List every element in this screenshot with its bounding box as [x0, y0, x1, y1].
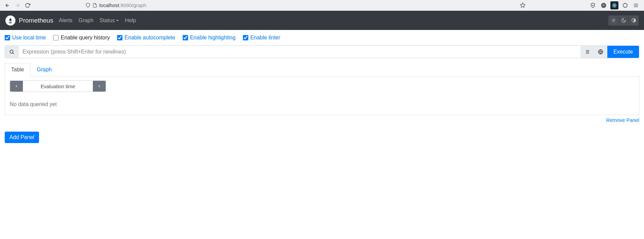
theme-light-button[interactable]	[608, 15, 618, 26]
opt-linter[interactable]: Enable linter	[243, 35, 280, 41]
svg-point-10	[613, 20, 614, 21]
opt-use-local-time[interactable]: Use local time	[5, 35, 46, 41]
svg-line-21	[13, 53, 14, 54]
use-local-time-label: Use local time	[12, 35, 46, 41]
browser-chrome: localhost:9090/graph P	[0, 0, 644, 11]
panel-body: Evaluation time No data queried yet	[5, 76, 639, 115]
linter-checkbox[interactable]	[243, 35, 248, 40]
browser-toolbar-right: P	[589, 1, 641, 9]
svg-point-20	[10, 50, 13, 53]
main-content: Use local time Enable query history Enab…	[0, 30, 644, 148]
query-history-checkbox[interactable]	[53, 35, 59, 40]
url-path: :9090/graph	[119, 2, 146, 8]
bookmark-icon[interactable]	[520, 2, 526, 8]
extension-p-icon[interactable]: P	[600, 1, 608, 9]
remove-panel-link[interactable]: Remove Panel	[606, 117, 639, 123]
url-text: localhost:9090/graph	[99, 2, 146, 8]
nav-alerts[interactable]: Alerts	[59, 18, 72, 24]
react-devtools-icon[interactable]	[610, 1, 618, 9]
add-panel-button[interactable]: Add Panel	[5, 132, 39, 143]
tab-graph[interactable]: Graph	[30, 63, 58, 76]
theme-auto-button[interactable]	[629, 15, 639, 26]
highlighting-checkbox[interactable]	[183, 35, 188, 40]
eval-prev-button[interactable]	[10, 81, 23, 92]
autocomplete-checkbox[interactable]	[117, 35, 122, 40]
autocomplete-label: Enable autocomplete	[124, 35, 175, 41]
execute-button[interactable]: Execute	[607, 46, 639, 58]
query-history-label: Enable query history	[61, 35, 110, 41]
use-local-time-checkbox[interactable]	[5, 35, 10, 40]
nav-status-label: Status	[100, 18, 115, 24]
no-data-message: No data queried yet	[10, 100, 634, 111]
linter-label: Enable linter	[250, 35, 280, 41]
nav-help[interactable]: Help	[125, 18, 136, 24]
result-tabs: Table Graph	[5, 63, 639, 76]
nav-graph[interactable]: Graph	[78, 18, 93, 24]
theme-toggle-group	[608, 15, 639, 26]
pocket-icon[interactable]	[589, 1, 597, 9]
shield-icon	[85, 3, 91, 8]
brand-text: Prometheus	[19, 17, 53, 24]
tab-table[interactable]: Table	[5, 63, 30, 76]
opt-autocomplete[interactable]: Enable autocomplete	[117, 35, 175, 41]
svg-marker-0	[520, 3, 525, 7]
expression-row: Execute	[5, 45, 639, 58]
back-button[interactable]	[3, 1, 12, 10]
globe-button[interactable]	[594, 46, 607, 58]
svg-line-14	[615, 22, 615, 22]
theme-dark-button[interactable]	[618, 15, 629, 26]
prometheus-logo-icon	[5, 15, 15, 26]
highlighting-label: Enable highlighting	[190, 35, 236, 41]
forward-button[interactable]	[13, 1, 22, 10]
opt-highlighting[interactable]: Enable highlighting	[183, 35, 236, 41]
svg-line-18	[615, 19, 615, 19]
page-icon	[93, 3, 97, 8]
opt-query-history[interactable]: Enable query history	[53, 35, 110, 41]
svg-line-13	[612, 19, 612, 19]
eval-time-input[interactable]: Evaluation time	[23, 81, 93, 92]
remove-panel-row: Remove Panel	[5, 117, 639, 123]
expression-input[interactable]	[19, 46, 580, 58]
svg-line-17	[612, 22, 612, 22]
search-icon[interactable]	[5, 46, 19, 58]
nav-status[interactable]: Status	[100, 18, 119, 24]
address-bar[interactable]: localhost:9090/graph	[83, 1, 528, 10]
browser-nav-buttons	[3, 1, 32, 10]
nav-links: Alerts Graph Status Help	[59, 18, 136, 24]
format-button[interactable]	[580, 46, 594, 58]
evaluation-time-control: Evaluation time	[10, 80, 106, 92]
url-host: localhost	[99, 2, 119, 8]
svg-text:P: P	[603, 4, 605, 7]
eval-next-button[interactable]	[93, 81, 106, 92]
app-navbar: Prometheus Alerts Graph Status Help	[0, 11, 644, 30]
svg-point-3	[614, 5, 615, 6]
options-row: Use local time Enable query history Enab…	[5, 35, 639, 41]
menu-icon[interactable]	[632, 1, 640, 9]
brand[interactable]: Prometheus	[5, 15, 53, 26]
extensions-icon[interactable]	[621, 1, 629, 9]
chevron-down-icon	[116, 20, 119, 21]
reload-button[interactable]	[23, 1, 32, 10]
